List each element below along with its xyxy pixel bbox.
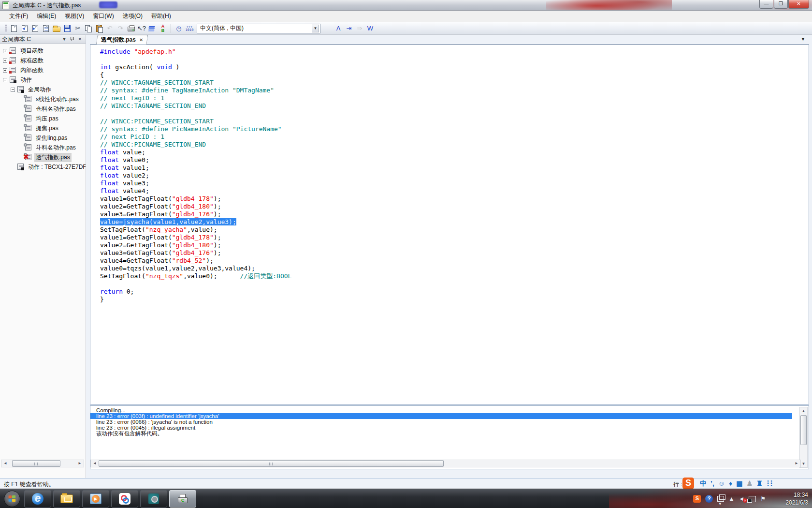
compile-icon[interactable] xyxy=(147,24,158,33)
toolbox-icon[interactable] xyxy=(322,24,333,33)
punctuation-icon[interactable]: ’, xyxy=(710,480,714,487)
panel-close-icon[interactable]: ✕ xyxy=(76,37,84,42)
open-icon[interactable] xyxy=(51,24,62,33)
menu-item[interactable]: 帮助(H) xyxy=(147,11,175,22)
output-line[interactable]: line 23 : error (0066) : 'jsyacha' is no… xyxy=(96,419,809,425)
print-icon[interactable] xyxy=(126,24,136,33)
tab-tqzs-pas[interactable]: 透气指数.pas ✕ xyxy=(96,35,148,45)
start-button[interactable] xyxy=(4,491,20,507)
paste-icon[interactable] xyxy=(94,24,104,33)
panel-dropdown-icon[interactable]: ▼ xyxy=(60,37,69,42)
chinese-mode-icon[interactable]: 中 xyxy=(700,480,707,487)
menu-item[interactable]: 窗口(W) xyxy=(88,11,118,22)
scrollbar-thumb[interactable] xyxy=(99,460,444,467)
scroll-right-icon[interactable]: ► xyxy=(793,460,800,467)
tray-network-icon[interactable] xyxy=(749,496,756,502)
tree-horizontal-scrollbar[interactable]: ◄ ► xyxy=(1,460,84,467)
new-file-icon[interactable] xyxy=(9,24,19,33)
sogou-logo-icon[interactable]: S xyxy=(682,478,694,489)
tree-expander-icon[interactable] xyxy=(11,88,15,92)
restore-button[interactable]: ❐ xyxy=(774,0,788,9)
tab-list-dropdown-icon[interactable]: ▼ xyxy=(801,37,805,42)
code-line: // WINCC:TAGNAME_SECTION_END xyxy=(100,102,809,110)
toolbox-grid-icon[interactable]: ᎒᎒ xyxy=(767,480,773,487)
output-line[interactable]: line 23 : error (0045) : illegal assignm… xyxy=(96,425,809,431)
tree-item[interactable]: 提焦.pas xyxy=(0,123,86,133)
wizard-icon[interactable]: W xyxy=(365,24,376,33)
minimize-button[interactable]: — xyxy=(759,0,773,9)
open-action-icon[interactable] xyxy=(19,24,30,33)
scroll-up-icon[interactable]: ▲ xyxy=(800,407,807,415)
taskbar-app-ie[interactable]: e xyxy=(24,490,51,508)
scroll-down-icon[interactable]: ▼ xyxy=(800,460,807,467)
tray-flag-icon[interactable]: ⚑ xyxy=(760,496,766,502)
taskbar-app-netdisk[interactable] xyxy=(111,490,138,508)
counter-icon[interactable]: +++1010 xyxy=(184,24,195,33)
import-file-icon[interactable]: ⇥ xyxy=(344,24,354,33)
tree-item[interactable]: 仓料名动作.pas xyxy=(0,104,86,114)
ab-toggle-icon[interactable]: AB xyxy=(158,24,168,33)
document-lines-icon[interactable] xyxy=(41,24,51,33)
tree-item[interactable]: 动作 xyxy=(0,75,86,85)
tray-restore-icon[interactable] xyxy=(717,496,724,502)
close-button[interactable]: ✕ xyxy=(788,0,809,9)
tree-item[interactable]: 均压.pas xyxy=(0,114,86,123)
import-action-icon[interactable] xyxy=(30,24,41,33)
tree-item[interactable]: 动作 : TBCX1-27E7DF xyxy=(0,162,86,172)
tree-item[interactable]: 内部函数 xyxy=(0,65,86,75)
language-combo[interactable]: 中文(简体 , 中国)▼ xyxy=(197,24,320,33)
tab-close-icon[interactable]: ✕ xyxy=(139,37,143,43)
account-icon[interactable]: ♟ xyxy=(746,480,753,487)
tree-expander-icon[interactable] xyxy=(3,59,7,63)
timer-icon[interactable]: ◷ xyxy=(174,24,184,33)
cut-icon[interactable]: ✂ xyxy=(72,24,83,33)
scrollbar-thumb[interactable] xyxy=(12,460,60,467)
tree-item[interactable]: s线性化动作.pas xyxy=(0,94,86,104)
tray-show-hidden-icon[interactable]: ▲ xyxy=(728,496,734,502)
tree-item[interactable]: 提焦ling.pas xyxy=(0,133,86,143)
compass-icon[interactable]: Λ xyxy=(333,24,344,33)
output-line[interactable]: line 23 : error (003f) : undefined ident… xyxy=(90,413,792,419)
script-folder-icon xyxy=(9,57,17,64)
menu-item[interactable]: 文件(F) xyxy=(5,11,32,22)
menu-item[interactable]: 编辑(E) xyxy=(32,11,60,22)
scroll-right-icon[interactable]: ► xyxy=(76,460,84,467)
soft-keyboard-icon[interactable]: ▦ xyxy=(736,480,742,487)
tree-item[interactable]: 标准函数 xyxy=(0,56,86,65)
tree-expander-icon[interactable] xyxy=(3,49,7,53)
menu-item[interactable]: 视图(V) xyxy=(60,11,88,22)
skin-icon[interactable]: ♜ xyxy=(756,480,763,487)
taskbar-app-explorer[interactable] xyxy=(53,490,80,508)
menu-item[interactable]: 选项(O) xyxy=(118,11,147,22)
panel-pin-icon[interactable] xyxy=(68,36,76,42)
emoji-icon[interactable]: ☺ xyxy=(718,480,725,487)
taskbar-app-global-script[interactable]: C xyxy=(169,490,196,508)
scroll-left-icon[interactable]: ◄ xyxy=(1,460,9,467)
chevron-down-icon[interactable]: ▼ xyxy=(312,25,319,32)
toolbar: ✂↶↷↖?AB◷+++1010中文(简体 , 中国)▼Λ⇥⇒W xyxy=(0,22,812,35)
tray-sogou-icon[interactable]: S xyxy=(693,495,701,503)
code-editor[interactable]: #include "apdefap.h" int gscAction( void… xyxy=(90,45,809,404)
scroll-left-icon[interactable]: ◄ xyxy=(91,460,99,467)
tray-volume-muted-icon[interactable]: ◄✕ xyxy=(739,496,744,502)
output-line[interactable]: 该动作没有包含解释代码。 xyxy=(96,431,809,436)
tree-item[interactable]: 项目函数 xyxy=(0,46,86,56)
tree-item[interactable]: 全局动作 xyxy=(0,85,86,94)
editor-horizontal-scrollbar[interactable]: ◄ ► xyxy=(90,460,801,467)
taskbar-app-wincc[interactable] xyxy=(140,490,167,508)
tree-expander-icon[interactable] xyxy=(3,68,7,73)
output-line[interactable]: Compiling... xyxy=(96,407,809,413)
tray-help-icon[interactable]: ? xyxy=(705,495,713,503)
help-pointer-icon[interactable]: ↖? xyxy=(136,24,147,33)
copy-icon[interactable] xyxy=(83,24,94,33)
code-line: value1=GetTagFloat("gldb4_178"); xyxy=(100,234,809,241)
taskbar-app-media-player[interactable]: ▶ xyxy=(82,490,109,508)
tray-clock[interactable]: 18:34 2021/6/3 xyxy=(785,491,808,507)
output-vertical-scrollbar[interactable]: ▲ ▼ xyxy=(799,407,808,468)
save-icon[interactable] xyxy=(62,24,72,33)
scrollbar-thumb[interactable] xyxy=(800,415,807,445)
tree-item[interactable]: 斗料名动作.pas xyxy=(0,143,86,152)
tree-item[interactable]: ✖透气指数.pas xyxy=(0,152,86,162)
voice-input-icon[interactable]: ♦ xyxy=(729,480,732,487)
tree-expander-icon[interactable] xyxy=(3,78,7,82)
